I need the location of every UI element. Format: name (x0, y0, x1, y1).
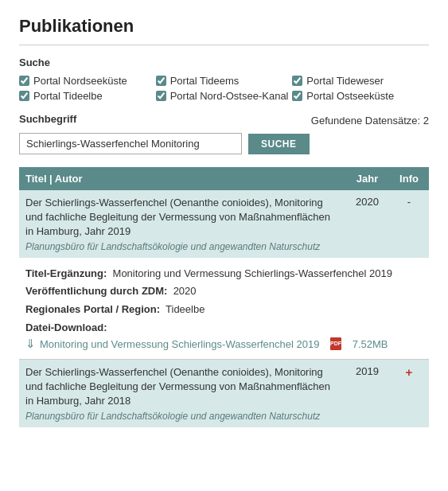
portal-checkbox-tideweser[interactable]: Portal Tideweser (292, 75, 429, 87)
result-year: 2019 (345, 360, 389, 427)
portal-checkbox-tideems[interactable]: Portal Tideems (156, 75, 293, 87)
portal-checkbox-tideelbe[interactable]: Portal Tideelbe (19, 90, 156, 102)
download-arrow-icon: ⇓ (25, 337, 36, 351)
table-header-row: Titel | Autor Jahr Info (19, 167, 429, 190)
portal-ostseekueste-label: Portal Ostseeküste (306, 90, 394, 102)
download-filename: Monitoring und Vermessung Schierlings-Wa… (40, 338, 319, 350)
result-author: Planungsbüro für Landschaftsökologie und… (25, 411, 339, 422)
veroeffentlichung-label: Veröffentlichung durch ZDM: (25, 285, 167, 297)
col-year-header: Jahr (345, 167, 389, 190)
portal-tideems-input[interactable] (156, 76, 166, 86)
detail-cell: Titel-Ergänzung: Monitoring und Vermessu… (19, 258, 429, 360)
expand-icon[interactable]: + (406, 365, 413, 379)
detail-row: Titel-Ergänzung: Monitoring und Vermessu… (19, 258, 429, 360)
result-year: 2020 (345, 190, 389, 258)
portal-ostseekueste-input[interactable] (292, 91, 302, 101)
portal-tideweser-label: Portal Tideweser (306, 75, 384, 87)
portal-checkbox-ostseekueste[interactable]: Portal Ostseeküste (292, 90, 429, 102)
results-count: Gefundene Datensätze: 2 (311, 115, 429, 128)
portal-nordostsee-label: Portal Nord-Ostsee-Kanal (170, 90, 289, 102)
search-button[interactable]: SUCHE (248, 134, 310, 154)
download-section: Datei-Download: ⇓ Monitoring und Vermess… (25, 321, 423, 351)
portal-checkbox-nordsee[interactable]: Portal Nordseeküste (19, 75, 156, 87)
portal-nordostsee-input[interactable] (156, 91, 166, 101)
result-title: Der Schierlings-Wasserfenchel (Oenanthe … (25, 365, 339, 409)
search-input-row: SUCHE (19, 133, 429, 154)
result-title-cell: Der Schierlings-Wasserfenchel (Oenanthe … (19, 190, 345, 258)
search-section: Suche Portal Nordseeküste Portal Tideems… (19, 57, 429, 154)
portal-value: Tideelbe (166, 303, 205, 315)
result-author: Planungsbüro für Landschaftsökologie und… (25, 241, 339, 252)
ergaenzung-label: Titel-Ergänzung: (25, 267, 107, 279)
detail-ergaenzung: Titel-Ergänzung: Monitoring und Vermessu… (25, 266, 423, 282)
col-info-header: Info (389, 167, 429, 190)
search-input[interactable] (19, 133, 242, 154)
portal-label: Regionales Portal / Region: (25, 303, 160, 315)
detail-veroeffentlichung: Veröffentlichung durch ZDM: 2020 (25, 283, 423, 299)
result-title-cell: Der Schierlings-Wasserfenchel (Oenanthe … (19, 360, 345, 427)
veroeffentlichung-value: 2020 (173, 285, 197, 297)
portal-checkbox-nordostsee[interactable]: Portal Nord-Ostsee-Kanal (156, 90, 293, 102)
portals-grid: Portal Nordseeküste Portal Tideems Porta… (19, 75, 429, 102)
search-label: Suche (19, 57, 429, 68)
page-title: Publikationen (19, 16, 429, 37)
pdf-icon: PDF (330, 337, 341, 350)
download-label: Datei-Download: (25, 321, 423, 333)
portal-tideems-label: Portal Tideems (170, 75, 240, 87)
download-size: 7.52MB (353, 338, 388, 350)
portal-tideweser-input[interactable] (292, 76, 302, 86)
result-title: Der Schierlings-Wasserfenchel (Oenanthe … (25, 196, 339, 240)
ergaenzung-value: Monitoring und Vermessung Schierlings-Wa… (113, 267, 392, 279)
download-link[interactable]: ⇓ Monitoring und Vermessung Schierlings-… (25, 337, 423, 351)
portal-tideelbe-input[interactable] (19, 91, 29, 101)
suchbegriff-label: Suchbegriff (19, 113, 76, 125)
table-row: Der Schierlings-Wasserfenchel (Oenanthe … (19, 190, 429, 258)
col-title-header: Titel | Autor (19, 167, 345, 190)
portal-nordsee-label: Portal Nordseeküste (33, 75, 127, 87)
results-table: Titel | Autor Jahr Info Der Schierlings-… (19, 167, 429, 427)
result-info-toggle[interactable]: - (389, 190, 429, 258)
portal-tideelbe-label: Portal Tideelbe (33, 90, 103, 102)
detail-portal: Regionales Portal / Region: Tideelbe (25, 302, 423, 318)
portal-nordsee-input[interactable] (19, 76, 29, 86)
result-info-toggle[interactable]: + (389, 360, 429, 427)
search-row: Suchbegriff Gefundene Datensätze: 2 (19, 113, 429, 128)
table-row: Der Schierlings-Wasserfenchel (Oenanthe … (19, 360, 429, 427)
